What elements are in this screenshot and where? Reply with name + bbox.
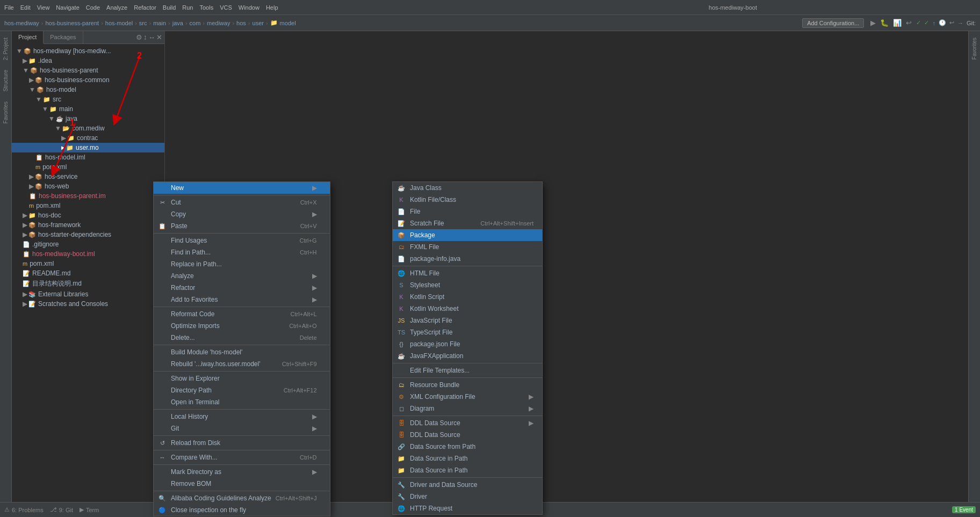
context-menu-git[interactable]: Git ▶ [154, 423, 330, 434]
event-badge[interactable]: 1 Event [952, 506, 976, 513]
context-menu-refactor[interactable]: Refactor ▶ [154, 282, 330, 294]
submenu-javafx[interactable]: ☕ JavaFXApplication [393, 350, 542, 362]
tree-item-readme[interactable]: 📝 README.md [12, 268, 164, 278]
context-menu-find-usages[interactable]: Find Usages Ctrl+G [154, 235, 330, 246]
breadcrumb-main[interactable]: main [153, 20, 166, 26]
menu-vcs[interactable]: VCS [220, 4, 232, 11]
breadcrumb-java[interactable]: java [172, 20, 183, 26]
tab-project[interactable]: Project [12, 31, 44, 44]
terminal-status[interactable]: ▶ Term [80, 506, 99, 513]
side-tab-favorites[interactable]: Favorites [2, 97, 10, 128]
context-menu-open-terminal[interactable]: Open in Terminal [154, 396, 330, 408]
tree-item-hos-business-parent-iml[interactable]: 📋 hos-business-parent.im [12, 191, 164, 201]
context-menu-paste[interactable]: 📋 Paste Ctrl+V [154, 220, 330, 232]
tree-item-pom-xml[interactable]: m pom.xml [12, 162, 164, 172]
breadcrumb-user[interactable]: user [253, 20, 264, 26]
tree-item-hos-web[interactable]: ▶ 📦 hos-web [12, 181, 164, 191]
context-menu-reformat[interactable]: Reformat Code Ctrl+Alt+L [154, 308, 330, 320]
side-tab-structure[interactable]: Structure [2, 65, 10, 96]
submenu-typescript[interactable]: TS TypeScript File [393, 326, 542, 338]
submenu-java-class[interactable]: ☕ Java Class [393, 182, 542, 194]
breadcrumb-mediway[interactable]: mediway [207, 20, 230, 26]
breadcrumb-src[interactable]: src [139, 20, 147, 26]
tree-item-src[interactable]: ▼ 📁 src [12, 94, 164, 104]
context-menu-replace-path[interactable]: Replace in Path... [154, 258, 330, 270]
menu-file[interactable]: File [4, 4, 14, 11]
context-menu-copy[interactable]: Copy ▶ [154, 208, 330, 220]
context-menu-mark-dir[interactable]: Mark Directory as ▶ [154, 466, 330, 478]
context-menu-analyze[interactable]: Analyze ▶ [154, 270, 330, 282]
breadcrumb-hos-model[interactable]: hos-model [105, 20, 133, 26]
context-menu-cut[interactable]: ✂ Cut Ctrl+X [154, 196, 330, 208]
submenu-driver[interactable]: 🔧 Driver [393, 491, 542, 503]
tree-item-pom-xml-3[interactable]: m pom.xml [12, 259, 164, 268]
debug-button[interactable]: 🐛 [880, 19, 889, 27]
breadcrumb-model[interactable]: model [280, 20, 296, 26]
tree-item-zh-readme[interactable]: 📝 目录结构说明.md [12, 278, 164, 289]
side-tab-project[interactable]: 2: Project [2, 33, 10, 64]
context-menu-build-module[interactable]: Build Module 'hos-model' [154, 346, 330, 358]
tree-item-hos-model-iml[interactable]: 📋 hos-model.iml [12, 152, 164, 162]
submenu-diagram[interactable]: ◻ Diagram ▶ [393, 403, 542, 414]
context-menu-add-favorites[interactable]: Add to Favorites ▶ [154, 294, 330, 305]
submenu-ddl-data-source[interactable]: 🗄 DDL Data Source [393, 429, 542, 441]
tree-item-java[interactable]: ▼ ☕ java [12, 114, 164, 123]
menu-window[interactable]: Window [239, 4, 260, 11]
menu-navigate[interactable]: Navigate [56, 4, 79, 11]
tree-item-hos-doc[interactable]: ▶ 📁 hos-doc [12, 210, 164, 220]
tree-item-scratches[interactable]: ▶ 📝 Scratches and Consoles [12, 299, 164, 309]
menu-analyze[interactable]: Analyze [106, 4, 127, 11]
menu-refactor[interactable]: Refactor [134, 4, 156, 11]
tree-item-main[interactable]: ▼ 📁 main [12, 104, 164, 114]
submenu-data-source-url[interactable]: 🔗 Data Source from Path [393, 441, 542, 453]
context-menu-reload[interactable]: ↺ Reload from Disk [154, 437, 330, 449]
submenu-file[interactable]: 📄 File [393, 206, 542, 217]
context-menu-remove-bom[interactable]: Remove BOM [154, 478, 330, 490]
panel-collapse-button[interactable]: ↕ [143, 33, 147, 41]
tree-item-external-libraries[interactable]: ▶ 📚 External Libraries [12, 289, 164, 299]
tree-item-hos-model[interactable]: ▼ 📦 hos-model [12, 85, 164, 94]
submenu-resource-bundle[interactable]: 🗂 Resource Bundle [393, 379, 542, 391]
panel-expand-button[interactable]: ↔ [148, 33, 155, 41]
context-menu-close-inspection[interactable]: 🔵 Close inspection on the fly [154, 504, 330, 516]
submenu-kotlin-script[interactable]: K Kotlin Script [393, 291, 542, 303]
undo-icon[interactable]: ↩ [949, 19, 954, 26]
submenu-data-source-path[interactable]: 📁 Data Source in Path [393, 453, 542, 464]
submenu-package-json[interactable]: {} package.json File [393, 338, 542, 350]
submenu-kotlin-file[interactable]: K Kotlin File/Class [393, 194, 542, 206]
submenu-driver-data-source[interactable]: 🔧 Driver and Data Source [393, 479, 542, 491]
tree-item-user-mo[interactable]: ▶ 📁 user.mo [12, 143, 164, 152]
context-menu-find-path[interactable]: Find in Path... Ctrl+H [154, 246, 330, 258]
git-status[interactable]: ⎇ 9: Git [50, 506, 73, 513]
tree-item-hos-mediway[interactable]: ▼ 📦 hos-mediway [hos-mediw... [12, 46, 164, 56]
submenu-fxml[interactable]: 🗂 FXML File [393, 241, 542, 253]
context-menu-new[interactable]: New ▶ [154, 182, 330, 194]
context-menu-compare[interactable]: ↔ Compare With... Ctrl+D [154, 452, 330, 463]
breadcrumb-hos-business-parent[interactable]: hos-business-parent [45, 20, 99, 26]
context-menu-show-explorer[interactable]: Show in Explorer [154, 373, 330, 384]
menu-code[interactable]: Code [86, 4, 100, 11]
tree-item-boot-iml[interactable]: 📋 hos-mediway-boot.iml [12, 249, 164, 259]
context-menu-delete[interactable]: Delete... Delete [154, 332, 330, 344]
submenu-package[interactable]: 📦 Package [393, 229, 542, 241]
add-configuration-button[interactable]: Add Configuration... [802, 18, 864, 28]
submenu-data-source[interactable]: 🗄 DDL Data Source ▶ [393, 417, 542, 429]
breadcrumb-hos-mediway[interactable]: hos-mediway [4, 20, 39, 26]
run-button[interactable]: ▶ [870, 19, 876, 27]
menu-view[interactable]: View [37, 4, 50, 11]
submenu-data-source-in-path[interactable]: 📁 Data Source in Path [393, 464, 542, 476]
submenu-xml-config[interactable]: ⚙ XML Configuration File ▶ [393, 391, 542, 403]
panel-close-button[interactable]: ✕ [156, 33, 162, 41]
menu-edit[interactable]: Edit [20, 4, 31, 11]
breadcrumb-hos[interactable]: hos [236, 20, 246, 26]
tree-item-hos-business-common[interactable]: ▶ 📦 hos-business-common [12, 75, 164, 85]
tree-item-idea[interactable]: ▶ 📁 .idea [12, 56, 164, 65]
context-menu-directory-path[interactable]: Directory Path Ctrl+Alt+F12 [154, 384, 330, 396]
menu-bar[interactable]: File Edit View Navigate Code Analyze Ref… [4, 4, 490, 11]
context-menu-rebuild[interactable]: Rebuild '...iway.hos.user.model' Ctrl+Sh… [154, 358, 330, 370]
menu-help[interactable]: Help [266, 4, 278, 11]
tree-item-hos-framework[interactable]: ▶ 📦 hos-framework [12, 220, 164, 230]
menu-run[interactable]: Run [182, 4, 193, 11]
submenu-scratch-file[interactable]: 📝 Scratch File Ctrl+Alt+Shift+Insert [393, 217, 542, 229]
tree-item-hos-business-parent[interactable]: ▼ 📦 hos-business-parent [12, 65, 164, 75]
